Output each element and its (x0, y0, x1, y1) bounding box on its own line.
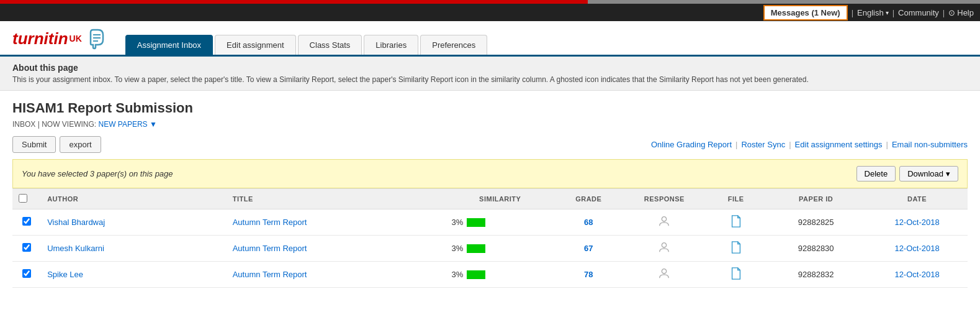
now-viewing-label: NOW VIEWING: (42, 120, 96, 129)
row-similarity: 3% (446, 236, 555, 262)
author-link[interactable]: Vishal Bhardwaj (47, 218, 105, 227)
row-paper-id: 92882825 (765, 209, 866, 236)
help-icon: ⊙ (948, 8, 955, 17)
english-dropdown-arrow: ▾ (886, 9, 889, 16)
col-paper-id: PAPER ID (765, 189, 866, 209)
logo-area: turnitin UK (12, 27, 107, 50)
row-title: Autumn Term Report (227, 262, 446, 288)
file-icon[interactable] (730, 241, 742, 254)
community-link[interactable]: Community (898, 8, 939, 17)
inbox-viewing: INBOX | NOW VIEWING: NEW PAPERS ▼ (12, 120, 968, 129)
col-file: FILE (706, 189, 765, 209)
grade-link[interactable]: 68 (584, 218, 593, 227)
similarity-percent: 3% (452, 218, 464, 227)
select-all-checkbox[interactable] (19, 194, 27, 203)
response-icon[interactable] (657, 267, 671, 280)
row-author: Vishal Bhardwaj (41, 209, 227, 236)
row-checkbox-cell (12, 236, 41, 262)
row-checkbox-cell (12, 209, 41, 236)
submit-button[interactable]: Submit (12, 136, 56, 153)
svg-point-2 (662, 269, 667, 273)
similarity-percent: 3% (452, 244, 464, 253)
row-author: Spike Lee (41, 262, 227, 288)
tab-edit-assignment[interactable]: Edit assignment (215, 35, 296, 55)
row-date: 12-Oct-2018 (866, 262, 968, 288)
similarity-percent: 3% (452, 270, 464, 279)
selection-bar: You have selected 3 paper(s) on this pag… (12, 159, 968, 188)
help-link[interactable]: ⊙ Help (948, 8, 974, 17)
tab-preferences[interactable]: Preferences (420, 35, 487, 55)
col-author: AUTHOR (41, 189, 227, 209)
action-bar-left: Submit export (12, 136, 101, 153)
separator-2: | (892, 8, 894, 17)
info-box: About this page This is your assignment … (0, 57, 980, 91)
selection-text: You have selected 3 paper(s) on this pag… (22, 169, 173, 178)
row-checkbox[interactable] (22, 243, 31, 252)
col-similarity: SIMILARITY (446, 189, 555, 209)
download-button[interactable]: Download ▾ (899, 166, 958, 181)
online-grading-report-link[interactable]: Online Grading Report (651, 140, 732, 149)
english-link[interactable]: English ▾ (857, 8, 889, 17)
papers-table: AUTHOR TITLE SIMILARITY GRADE RESPONSE F… (12, 188, 968, 288)
col-title: TITLE (227, 189, 446, 209)
date-text: 12-Oct-2018 (894, 218, 939, 227)
tab-class-stats[interactable]: Class Stats (298, 35, 362, 55)
grade-link[interactable]: 78 (584, 270, 593, 279)
row-response (623, 262, 707, 288)
export-button[interactable]: export (60, 136, 101, 153)
row-paper-id: 92882832 (765, 262, 866, 288)
new-papers-link[interactable]: NEW PAPERS (98, 120, 147, 129)
col-checkbox (12, 189, 41, 209)
edit-assignment-settings-link[interactable]: Edit assignment settings (795, 140, 883, 149)
row-response (623, 209, 707, 236)
row-file (706, 236, 765, 262)
row-similarity: 3% (446, 209, 555, 236)
row-grade: 67 (555, 236, 623, 262)
grade-link[interactable]: 67 (584, 244, 593, 253)
row-date: 12-Oct-2018 (866, 236, 968, 262)
roster-sync-link[interactable]: Roster Sync (741, 140, 785, 149)
title-link[interactable]: Autumn Term Report (233, 244, 307, 253)
row-title: Autumn Term Report (227, 236, 446, 262)
row-response (623, 236, 707, 262)
title-link[interactable]: Autumn Term Report (233, 218, 307, 227)
download-label: Download (907, 169, 943, 178)
delete-button[interactable]: Delete (856, 166, 896, 181)
response-icon[interactable] (657, 241, 671, 254)
row-date: 12-Oct-2018 (866, 209, 968, 236)
logo-turnitin: turnitin (12, 29, 68, 48)
row-similarity: 3% (446, 262, 555, 288)
row-checkbox-cell (12, 262, 41, 288)
file-icon[interactable] (730, 267, 742, 280)
row-grade: 78 (555, 262, 623, 288)
svg-point-0 (662, 217, 667, 221)
tab-assignment-inbox[interactable]: Assignment Inbox (125, 35, 213, 55)
similarity-bar (467, 244, 485, 253)
row-checkbox[interactable] (22, 217, 31, 226)
title-link[interactable]: Autumn Term Report (233, 270, 307, 279)
row-checkbox[interactable] (22, 269, 31, 278)
date-text: 12-Oct-2018 (894, 270, 939, 279)
separator-1: | (852, 8, 853, 17)
email-non-submitters-link[interactable]: Email non-submitters (892, 140, 968, 149)
file-icon[interactable] (730, 214, 742, 228)
table-row: Vishal Bhardwaj Autumn Term Report 3% 68 (12, 209, 968, 236)
table-header-row: AUTHOR TITLE SIMILARITY GRADE RESPONSE F… (12, 189, 968, 209)
row-author: Umesh Kulkarni (41, 236, 227, 262)
action-bar-right: Online Grading Report | Roster Sync | Ed… (651, 140, 968, 149)
similarity-bar (467, 270, 485, 279)
tab-libraries[interactable]: Libraries (364, 35, 418, 55)
col-grade: GRADE (555, 189, 623, 209)
row-paper-id: 92882830 (765, 236, 866, 262)
col-date: DATE (866, 189, 968, 209)
row-file (706, 262, 765, 288)
author-link[interactable]: Umesh Kulkarni (47, 244, 104, 253)
table-row: Umesh Kulkarni Autumn Term Report 3% 67 (12, 236, 968, 262)
author-link[interactable]: Spike Lee (47, 270, 83, 279)
date-text: 12-Oct-2018 (894, 244, 939, 253)
nav-tabs: Assignment Inbox Edit assignment Class S… (125, 35, 488, 55)
assignment-title: HISAM1 Report Submission (12, 100, 968, 116)
messages-button[interactable]: Messages (1 New) (763, 5, 848, 21)
row-file (706, 209, 765, 236)
response-icon[interactable] (657, 214, 671, 228)
